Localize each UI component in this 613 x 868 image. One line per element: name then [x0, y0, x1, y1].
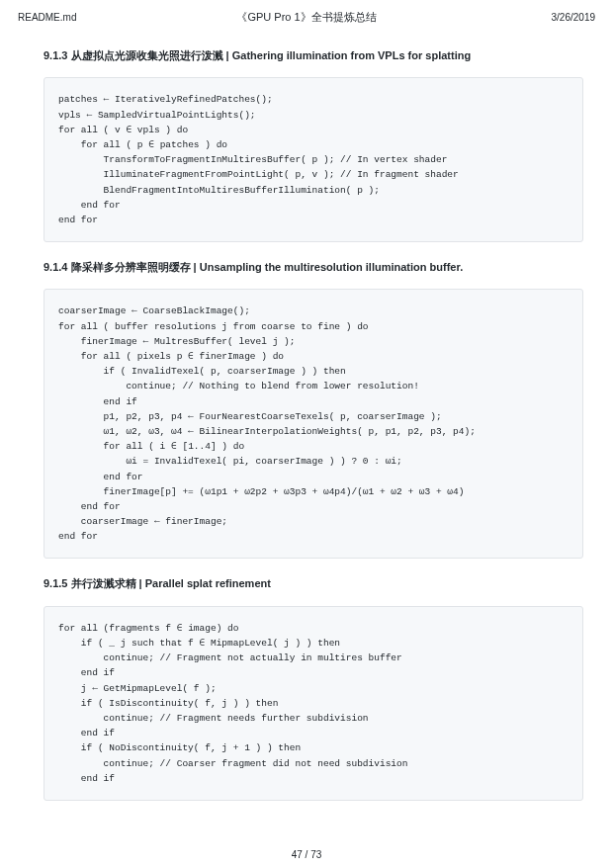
section-title-en: Unsampling the multiresolution illuminat… [200, 261, 463, 273]
section-title-en: Parallel splat refinement [145, 577, 271, 589]
header-title: 《GPU Pro 1》全书提炼总结 [211, 10, 403, 25]
header-date: 3/26/2019 [402, 12, 595, 23]
page-footer: 47 / 73 [0, 849, 613, 860]
section-number: 9.1.5 [44, 577, 67, 589]
document-body: 9.1.3 从虚拟点光源收集光照进行泼溅 | Gathering illumin… [0, 48, 613, 801]
section-title-cn: 降采样多分辨率照明缓存 [71, 261, 191, 273]
code-block-915: for all (fragments f ∈ image) do if ( _ … [44, 606, 583, 801]
section-title-cn: 从虚拟点光源收集光照进行泼溅 [71, 49, 223, 61]
section-heading-915: 9.1.5 并行泼溅求精 | Parallel splat refinement [44, 576, 583, 591]
page-number: 47 / 73 [292, 849, 322, 860]
section-title-en: Gathering illumination from VPLs for spl… [232, 49, 471, 61]
code-block-913: patches ← IterativelyRefinedPatches(); v… [44, 77, 583, 242]
page-header: README.md 《GPU Pro 1》全书提炼总结 3/26/2019 [0, 0, 613, 31]
section-heading-913: 9.1.3 从虚拟点光源收集光照进行泼溅 | Gathering illumin… [44, 48, 583, 63]
section-number: 9.1.3 [44, 49, 67, 61]
section-title-cn: 并行泼溅求精 [71, 577, 136, 589]
section-number: 9.1.4 [44, 261, 67, 273]
code-block-914: coarserImage ← CoarseBlackImage(); for a… [44, 289, 583, 559]
section-heading-914: 9.1.4 降采样多分辨率照明缓存 | Unsampling the multi… [44, 260, 583, 275]
header-filename: README.md [18, 12, 211, 23]
